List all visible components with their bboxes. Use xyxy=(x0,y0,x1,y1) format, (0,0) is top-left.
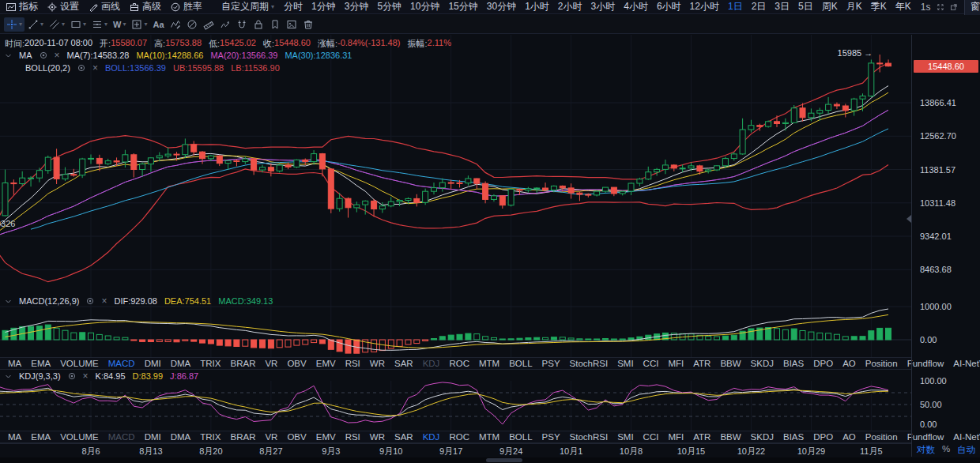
collapse-chevron-icon[interactable] xyxy=(5,52,12,59)
indicator-tab[interactable]: BIAS xyxy=(778,359,808,368)
indicator-tab[interactable]: MACD xyxy=(104,359,140,368)
indicator-tab[interactable]: SMI xyxy=(612,432,638,442)
indicator-tab[interactable]: WR xyxy=(365,359,390,368)
menu-indicator[interactable]: 指标 xyxy=(6,0,38,13)
gear-icon[interactable] xyxy=(40,51,47,59)
rectangle-tool[interactable]: ▾ xyxy=(68,17,89,32)
gear-icon[interactable] xyxy=(77,64,85,72)
indicator-tab[interactable]: AO xyxy=(838,432,861,442)
indicator-tab[interactable]: TRIX xyxy=(195,359,225,368)
indicator-tab[interactable]: Position xyxy=(861,359,903,368)
ruler-tool[interactable] xyxy=(201,17,217,32)
indicator-tab[interactable]: ROC xyxy=(444,432,474,442)
timeframe-item[interactable]: 分时 xyxy=(284,0,303,13)
indicator-tab[interactable]: VR xyxy=(260,432,282,442)
date-axis[interactable]: 8月68月138月208月279月39月109月179月2410月110月810… xyxy=(0,443,911,458)
crosshair-tool[interactable]: ▾ xyxy=(4,17,24,32)
scrollbar-thumb[interactable] xyxy=(486,458,522,462)
panel-collapse-handle[interactable] xyxy=(906,215,911,223)
indicator-tab[interactable]: EMV xyxy=(311,432,341,442)
indicator-tab[interactable]: SAR xyxy=(390,432,418,442)
indicator-tab[interactable]: BIAS xyxy=(778,432,808,442)
indicator-tab[interactable]: Position xyxy=(861,432,903,442)
timeframe-item[interactable]: 2日 xyxy=(752,0,767,13)
indicator-tab[interactable]: MFI xyxy=(663,432,688,442)
timeframe-item[interactable]: 1小时 xyxy=(525,0,549,13)
parallel-channel-tool[interactable]: ▾ xyxy=(47,17,67,32)
indicator-tab[interactable]: DMA xyxy=(166,359,196,368)
timeframe-item[interactable]: 2小时 xyxy=(558,0,582,13)
axis-mode-toggle[interactable]: 自动 xyxy=(957,444,975,456)
delete-tool[interactable] xyxy=(300,17,316,32)
indicator-tab[interactable]: BBW xyxy=(715,359,745,368)
popout-window-icon[interactable] xyxy=(951,2,957,12)
wave-tool[interactable]: W ▾ xyxy=(111,18,128,31)
indicator-tab[interactable]: DMI xyxy=(140,432,166,442)
timeframe-item[interactable]: 月K xyxy=(846,0,862,13)
indicator-tab[interactable]: DPO xyxy=(808,432,838,442)
indicator-tab[interactable]: MFI xyxy=(663,359,688,368)
indicator-tab[interactable]: SKDJ xyxy=(746,359,778,368)
indicator-tab[interactable]: VR xyxy=(260,359,282,368)
timeframe-item[interactable]: 1分钟 xyxy=(311,0,336,13)
indicator-tab[interactable]: StochRSI xyxy=(565,432,613,442)
collapse-chevron-icon[interactable] xyxy=(5,373,12,380)
timeframe-item[interactable]: 10分钟 xyxy=(410,0,439,13)
indicator-tab[interactable]: RSI xyxy=(341,359,365,368)
trend-line-tool[interactable]: ▾ xyxy=(25,17,46,32)
main-candlestick-chart[interactable]: 15985 → xyxy=(0,35,911,294)
gear-icon[interactable] xyxy=(86,297,94,305)
position-tool[interactable]: ▾ xyxy=(129,17,149,32)
timeframe-item[interactable]: 3日 xyxy=(775,0,790,13)
indicator-tab[interactable]: MTM xyxy=(474,359,504,368)
menu-winrate[interactable]: 胜率 xyxy=(171,0,202,13)
indicator-tab[interactable]: BRAR xyxy=(225,432,260,442)
indicator-tab[interactable]: ATR xyxy=(688,432,715,442)
indicator-tab[interactable]: ROC xyxy=(444,359,474,368)
lock-tool[interactable] xyxy=(251,17,266,32)
menu-drawline[interactable]: 画线 xyxy=(89,0,120,13)
indicator-tab[interactable]: VOLUME xyxy=(55,432,104,442)
timeframe-item[interactable]: 3分钟 xyxy=(345,0,369,13)
indicator-tab[interactable]: SMI xyxy=(612,359,638,368)
magnet-tool[interactable] xyxy=(234,17,250,32)
timeframe-item[interactable]: 周K xyxy=(822,0,838,13)
indicator-tab[interactable]: OBV xyxy=(282,359,311,368)
bookmark-tool[interactable] xyxy=(267,17,283,32)
timeframe-item[interactable]: 3小时 xyxy=(591,0,616,13)
indicator-tab[interactable]: VOLUME xyxy=(55,359,104,368)
hide-drawings-tool[interactable] xyxy=(184,17,200,32)
axis-mode-toggle[interactable]: % xyxy=(942,444,950,456)
indicator-tab[interactable]: PSY xyxy=(537,432,565,442)
indicator-tab[interactable]: BOLL xyxy=(504,432,537,442)
indicator-tab[interactable]: MTM xyxy=(474,432,504,442)
close-icon[interactable]: × xyxy=(101,296,107,306)
indicator-tab[interactable]: SAR xyxy=(390,359,418,368)
indicator-tab[interactable]: MACD xyxy=(104,432,140,442)
timeframe-item[interactable]: 6小时 xyxy=(657,0,681,13)
indicator-tab[interactable]: EMA xyxy=(26,432,55,442)
indicator-tab[interactable]: BOLL xyxy=(504,359,537,368)
pattern-tool[interactable] xyxy=(168,17,183,32)
indicator-tab[interactable]: MA xyxy=(3,432,26,442)
timeframe-item[interactable]: 12小时 xyxy=(690,0,719,13)
indicator-tab[interactable]: MA xyxy=(3,359,26,368)
menu-settings[interactable]: 设置 xyxy=(47,0,79,13)
indicator-tab[interactable]: DMA xyxy=(166,432,196,442)
price-axis-column[interactable]: 15448.60 对数%自动 13866.4112562.7011381.571… xyxy=(911,35,980,457)
timeframe-item[interactable]: 4小时 xyxy=(624,0,648,13)
indicator-tab[interactable]: BRAR xyxy=(225,359,260,368)
indicator-tab[interactable]: RSI xyxy=(341,432,365,442)
indicator-tab[interactable]: BBW xyxy=(715,432,745,442)
timeframe-item[interactable]: 15分钟 xyxy=(448,0,477,13)
indicator-tab[interactable]: DMI xyxy=(140,359,166,368)
indicator-tab[interactable]: WR xyxy=(365,432,390,442)
indicator-tab[interactable]: AO xyxy=(838,359,861,368)
text-tool[interactable]: Aa xyxy=(151,18,167,31)
indicator-tab[interactable]: EMA xyxy=(26,359,55,368)
indicator-tab[interactable]: CCI xyxy=(639,359,664,368)
gear-icon[interactable] xyxy=(68,372,76,380)
indicator-tab[interactable]: TRIX xyxy=(195,432,225,442)
horizontal-lines-tool[interactable]: ▾ xyxy=(89,17,110,32)
fullscreen-icon[interactable] xyxy=(937,2,944,12)
